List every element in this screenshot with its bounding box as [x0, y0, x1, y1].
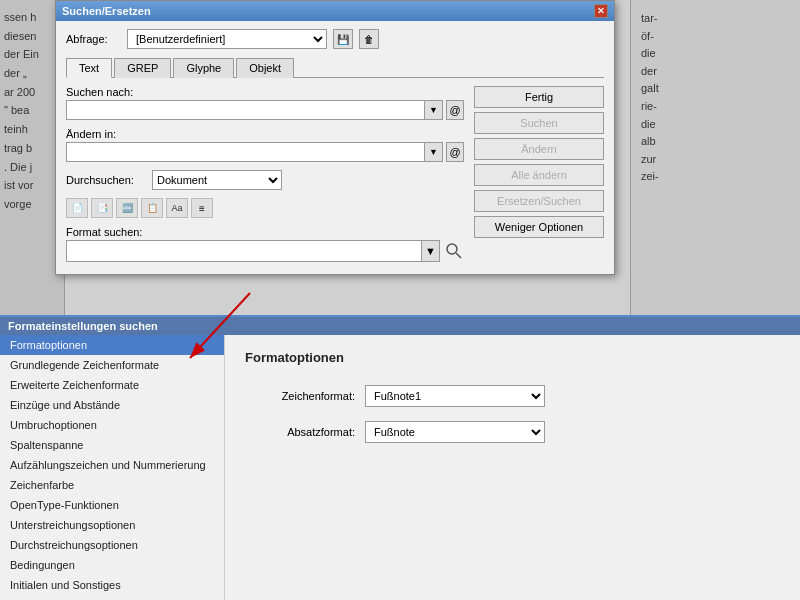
durchsuchen-label: Durchsuchen:: [66, 174, 146, 186]
abfrage-select[interactable]: [Benutzerdefiniert]: [127, 29, 327, 49]
form-right-buttons: Fertig Suchen Ändern Alle ändern Ersetze…: [474, 86, 604, 266]
durchsuchen-select[interactable]: Dokument: [152, 170, 282, 190]
sidebar-item-zeichenfarbe[interactable]: Zeichenfarbe: [0, 475, 224, 495]
format-suchen-label: Format suchen:: [66, 226, 464, 238]
panel-titlebar: Formateinstellungen suchen: [0, 317, 800, 335]
alle-andern-button[interactable]: Alle ändern: [474, 164, 604, 186]
zeichenformat-select[interactable]: Fußnote1: [365, 385, 545, 407]
weniger-optionen-button[interactable]: Weniger Optionen: [474, 216, 604, 238]
toolbar-icon-4[interactable]: 📋: [141, 198, 163, 218]
absatzformat-row: Absatzformat: Fußnote: [245, 421, 780, 443]
sidebar-item-opentype[interactable]: OpenType-Funktionen: [0, 495, 224, 515]
sidebar-item-erweiterte[interactable]: Erweiterte Zeichenformate: [0, 375, 224, 395]
format-suchen-input[interactable]: [66, 240, 422, 262]
toolbar-icon-2[interactable]: 📑: [91, 198, 113, 218]
format-suchen-input-wrap: ▼: [66, 240, 464, 262]
sidebar-item-einzuge[interactable]: Einzüge und Abstände: [0, 395, 224, 415]
toolbar-icon-1[interactable]: 📄: [66, 198, 88, 218]
abfrage-label: Abfrage:: [66, 33, 121, 45]
abfrage-row: Abfrage: [Benutzerdefiniert] 💾 🗑: [66, 29, 604, 49]
dialog-body: Abfrage: [Benutzerdefiniert] 💾 🗑 Text GR…: [56, 21, 614, 274]
toolbar-icon-3[interactable]: 🔤: [116, 198, 138, 218]
dialog-title: Suchen/Ersetzen: [62, 5, 151, 17]
sidebar-item-initialen[interactable]: Initialen und Sonstiges: [0, 575, 224, 595]
tab-object[interactable]: Objekt: [236, 58, 294, 78]
format-suchen-arrow-btn[interactable]: ▼: [422, 240, 440, 262]
sidebar-item-umbruch[interactable]: Umbruchoptionen: [0, 415, 224, 435]
absatzformat-select-wrap: Fußnote: [365, 421, 545, 443]
suchen-input[interactable]: [66, 100, 425, 120]
toolbar-row: 📄 📑 🔤 📋 Aa ≡: [66, 198, 464, 218]
dialog-titlebar: Suchen/Ersetzen ✕: [56, 1, 614, 21]
format-suchen-section: Format suchen: ▼: [66, 226, 464, 262]
toolbar-icon-lines[interactable]: ≡: [191, 198, 213, 218]
andern-at-btn[interactable]: @: [446, 142, 464, 162]
save-query-button[interactable]: 💾: [333, 29, 353, 49]
svg-line-1: [456, 253, 461, 258]
search-icon: [445, 242, 463, 260]
zeichenformat-row: Zeichenformat: Fußnote1: [245, 385, 780, 407]
andern-input-wrap: ▼ @: [66, 142, 464, 162]
andern-dropdown-btn[interactable]: ▼: [425, 142, 443, 162]
andern-input[interactable]: [66, 142, 425, 162]
toolbar-icon-aa[interactable]: Aa: [166, 198, 188, 218]
tab-grep[interactable]: GREP: [114, 58, 171, 78]
sidebar-item-formatoptionen[interactable]: Formatoptionen: [0, 335, 224, 355]
tab-glyph[interactable]: Glyphe: [173, 58, 234, 78]
sidebar-item-durchstreichung[interactable]: Durchstreichungsoptionen: [0, 535, 224, 555]
panel-body: Formatoptionen Grundlegende Zeichenforma…: [0, 335, 800, 600]
suchen-label: Suchen nach:: [66, 86, 464, 98]
delete-query-button[interactable]: 🗑: [359, 29, 379, 49]
search-replace-dialog: Suchen/Ersetzen ✕ Abfrage: [Benutzerdefi…: [55, 0, 615, 275]
svg-point-0: [447, 244, 457, 254]
form-section: Suchen nach: ▼ @ Ändern in: ▼ @: [66, 86, 604, 266]
absatzformat-select[interactable]: Fußnote: [365, 421, 545, 443]
sidebar-item-bedingungen[interactable]: Bedingungen: [0, 555, 224, 575]
sidebar-item-unterstreichung[interactable]: Unterstreichungsoptionen: [0, 515, 224, 535]
tabs-row: Text GREP Glyphe Objekt: [66, 57, 604, 78]
panel-title: Formateinstellungen suchen: [8, 320, 158, 332]
suchen-button[interactable]: Suchen: [474, 112, 604, 134]
suchen-at-btn[interactable]: @: [446, 100, 464, 120]
format-suchen-search-btn[interactable]: [444, 241, 464, 261]
suchen-dropdown-btn[interactable]: ▼: [425, 100, 443, 120]
andern-button[interactable]: Ändern: [474, 138, 604, 160]
format-settings-panel: Formateinstellungen suchen Formatoptione…: [0, 315, 800, 600]
form-left: Suchen nach: ▼ @ Ändern in: ▼ @: [66, 86, 464, 266]
suchen-row: Suchen nach: ▼ @: [66, 86, 464, 120]
content-title: Formatoptionen: [245, 350, 780, 365]
fertig-button[interactable]: Fertig: [474, 86, 604, 108]
suchen-input-wrap: ▼ @: [66, 100, 464, 120]
andern-row: Ändern in: ▼ @: [66, 128, 464, 162]
sidebar-item-grundlegende[interactable]: Grundlegende Zeichenformate: [0, 355, 224, 375]
absatzformat-label: Absatzformat:: [245, 426, 355, 438]
format-sidebar: Formatoptionen Grundlegende Zeichenforma…: [0, 335, 225, 600]
tab-text[interactable]: Text: [66, 58, 112, 78]
sidebar-item-spalten[interactable]: Spaltenspanne: [0, 435, 224, 455]
dialog-close-button[interactable]: ✕: [594, 4, 608, 18]
durchsuchen-row: Durchsuchen: Dokument: [66, 170, 464, 190]
zeichenformat-select-wrap: Fußnote1: [365, 385, 545, 407]
zeichenformat-label: Zeichenformat:: [245, 390, 355, 402]
format-content: Formatoptionen Zeichenformat: Fußnote1 A…: [225, 335, 800, 600]
sidebar-item-aufzahlung[interactable]: Aufzählungszeichen und Nummerierung: [0, 455, 224, 475]
ersetzen-suchen-button[interactable]: Ersetzen/Suchen: [474, 190, 604, 212]
andern-label: Ändern in:: [66, 128, 464, 140]
